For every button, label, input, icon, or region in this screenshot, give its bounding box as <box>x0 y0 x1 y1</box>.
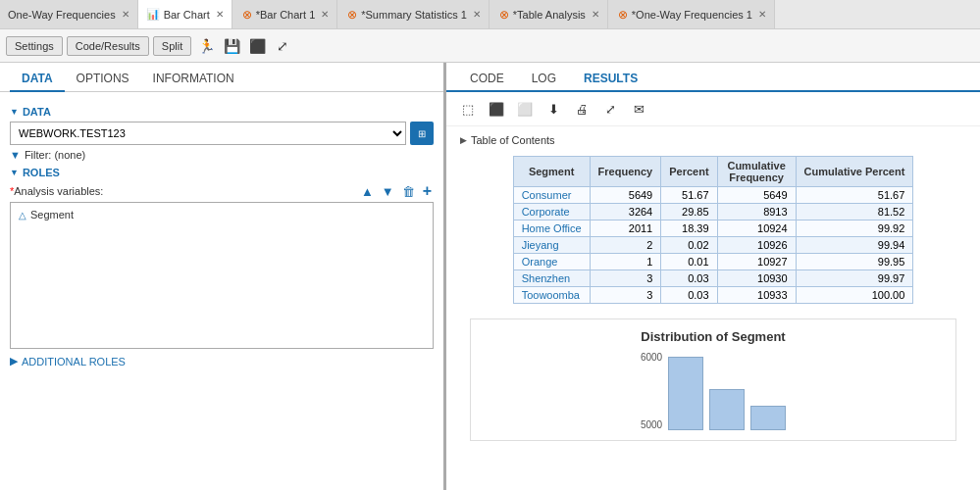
code-results-button[interactable]: Code/Results <box>67 36 149 56</box>
tab-bar-chart-1[interactable]: ⊗ *Bar Chart 1 ✕ <box>232 0 338 29</box>
move-down-button[interactable]: ▼ <box>380 182 396 200</box>
analysis-var-text: Analysis variables: <box>14 185 103 197</box>
y-label-5000: 5000 <box>641 419 662 430</box>
var-controls: ▲ ▼ 🗑 + <box>359 182 434 200</box>
datasource-select[interactable]: WEBWORK.TEST123 <box>10 122 406 145</box>
external-icon[interactable]: ⤢ <box>598 97 622 121</box>
additional-roles-label: ADDITIONAL ROLES <box>22 356 126 368</box>
table-cell[interactable]: Consumer <box>513 187 590 204</box>
table-row: Shenzhen30.031093099.97 <box>513 270 913 287</box>
main-toolbar: Settings Code/Results Split 🏃 💾 ⬛ ⤢ <box>0 29 980 63</box>
tab-results[interactable]: RESULTS <box>570 67 651 92</box>
print-icon[interactable]: 🖨 <box>570 97 593 121</box>
copy-html-icon[interactable]: ⬛ <box>485 97 508 121</box>
tab-label: *Table Analysis <box>513 9 586 21</box>
bars-container <box>668 352 786 430</box>
grid-icon-button[interactable]: ⊞ <box>410 122 434 145</box>
table-row: Home Office201118.391092499.92 <box>513 220 913 237</box>
table-cell: 29.85 <box>661 204 717 220</box>
expand-icon[interactable]: ⤢ <box>272 35 293 57</box>
tab-label: *Bar Chart 1 <box>256 9 316 21</box>
table-cell[interactable]: Jieyang <box>513 237 590 254</box>
roles-section-header[interactable]: ▼ ROLES <box>10 167 434 178</box>
left-content: ▼ DATA WEBWORK.TEST123 ⊞ ▼ Filter: (none… <box>0 92 443 490</box>
frequency-table: Segment Frequency Percent Cumulative Fre… <box>513 156 914 304</box>
close-circle-icon[interactable]: ⊗ <box>242 8 252 22</box>
bar-chart-icon: 📊 <box>146 8 160 21</box>
tab-table-analysis[interactable]: ⊗ *Table Analysis ✕ <box>490 0 608 29</box>
run-icon[interactable]: 🏃 <box>195 35 217 57</box>
col-header-cum-pct: Cumulative Percent <box>796 157 913 187</box>
table-row: Corporate326429.85891381.52 <box>513 204 913 220</box>
tab-summary-stats[interactable]: ⊗ *Summary Statistics 1 ✕ <box>337 0 490 29</box>
tab-information[interactable]: INFORMATION <box>141 67 246 92</box>
close-circle-icon[interactable]: ⊗ <box>618 8 628 22</box>
chart-area: Distribution of Segment 6000 5000 <box>470 318 956 441</box>
close-icon[interactable]: ✕ <box>592 9 599 20</box>
delete-var-button[interactable]: 🗑 <box>400 182 417 200</box>
table-cell[interactable]: Toowoomba <box>513 287 590 304</box>
table-cell: 99.92 <box>796 220 913 237</box>
table-cell: 99.95 <box>796 254 913 270</box>
table-cell: 3264 <box>590 204 661 220</box>
settings-button[interactable]: Settings <box>6 36 63 56</box>
close-circle-icon[interactable]: ⊗ <box>347 8 357 22</box>
table-cell: 100.00 <box>796 287 913 304</box>
data-section-label: DATA <box>23 106 51 118</box>
close-icon[interactable]: ✕ <box>122 9 129 20</box>
tab-bar-chart[interactable]: 📊 Bar Chart ✕ <box>138 0 232 29</box>
toc-row[interactable]: ▶ Table of Contents <box>460 134 966 146</box>
roles-section-label: ROLES <box>23 167 60 178</box>
tab-label: Bar Chart <box>164 9 210 21</box>
expand-arrow-icon: ▶ <box>10 355 18 368</box>
copy-rtf-icon[interactable]: ⬜ <box>513 97 537 121</box>
col-header-segment: Segment <box>513 157 590 187</box>
collapse-arrow-icon: ▼ <box>10 168 19 177</box>
table-cell[interactable]: Orange <box>513 254 590 270</box>
right-toolbar: ⬚ ⬛ ⬜ ⬇ 🖨 ⤢ ✉ <box>446 92 980 126</box>
chart-body: 6000 5000 <box>641 352 786 430</box>
tab-data[interactable]: DATA <box>10 67 65 92</box>
tab-label: *One-Way Frequencies 1 <box>632 9 752 21</box>
table-row: Toowoomba30.0310933100.00 <box>513 287 913 304</box>
table-cell[interactable]: Corporate <box>513 204 590 220</box>
table-cell: 2 <box>590 237 661 254</box>
data-section-header[interactable]: ▼ DATA <box>10 106 434 118</box>
export-icon[interactable]: ⬛ <box>246 35 268 57</box>
split-button[interactable]: Split <box>153 36 191 56</box>
table-cell: 8913 <box>717 204 796 220</box>
chart-bar <box>668 357 703 430</box>
filter-icon: ▼ <box>10 149 21 161</box>
download-icon[interactable]: ⬇ <box>542 97 565 121</box>
collapse-arrow-icon: ▼ <box>10 107 19 117</box>
close-icon[interactable]: ✕ <box>473 9 481 20</box>
y-label-6000: 6000 <box>641 352 662 363</box>
close-icon[interactable]: ✕ <box>216 9 224 20</box>
email-icon[interactable]: ✉ <box>627 97 650 121</box>
table-cell: 99.94 <box>796 237 913 254</box>
move-up-button[interactable]: ▲ <box>359 182 376 200</box>
close-icon[interactable]: ✕ <box>758 9 766 20</box>
table-cell: 3 <box>590 270 661 287</box>
table-cell: 0.01 <box>661 254 717 270</box>
variable-name: Segment <box>30 209 74 220</box>
add-var-button[interactable]: + <box>421 182 434 200</box>
y-axis: 6000 5000 <box>641 352 662 430</box>
close-circle-icon[interactable]: ⊗ <box>499 8 509 22</box>
additional-roles-header[interactable]: ▶ ADDITIONAL ROLES <box>10 355 434 368</box>
tab-code[interactable]: CODE <box>456 67 518 92</box>
tab-options[interactable]: OPTIONS <box>65 67 141 92</box>
copy-table-icon[interactable]: ⬚ <box>456 97 480 121</box>
table-cell: 10933 <box>717 287 796 304</box>
table-cell[interactable]: Shenzhen <box>513 270 590 287</box>
tab-one-way-freq-1[interactable]: ⊗ *One-Way Frequencies 1 ✕ <box>608 0 775 29</box>
toc-label: Table of Contents <box>471 134 555 146</box>
table-cell: 99.97 <box>796 270 913 287</box>
tab-one-way-freq[interactable]: One-Way Frequencies ✕ <box>0 0 138 29</box>
close-icon[interactable]: ✕ <box>321 9 329 20</box>
save-icon[interactable]: 💾 <box>221 35 242 57</box>
tab-log[interactable]: LOG <box>518 67 570 92</box>
col-header-percent: Percent <box>661 157 717 187</box>
table-cell[interactable]: Home Office <box>513 220 590 237</box>
table-cell: 10924 <box>717 220 796 237</box>
